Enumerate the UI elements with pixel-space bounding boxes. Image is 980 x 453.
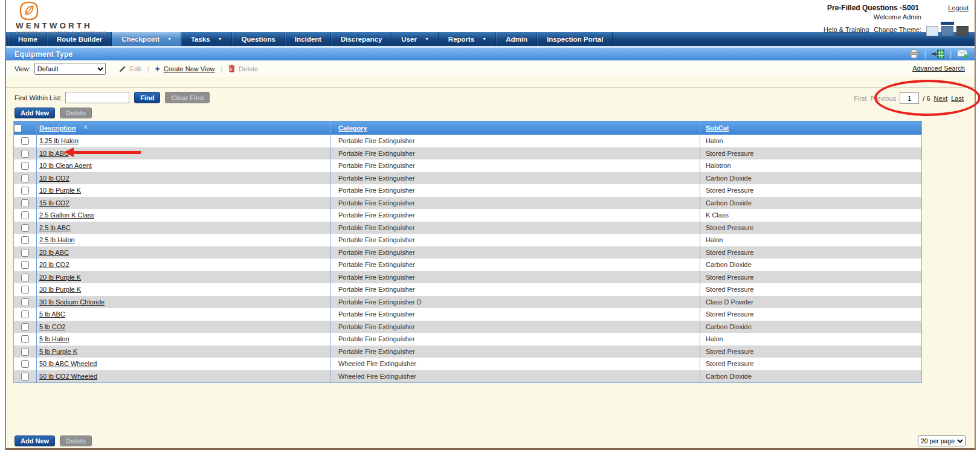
description-link[interactable]: 10 lb Purple K [39,187,81,194]
description-link[interactable]: 5 lb CO2 [39,323,65,330]
page-number-input[interactable] [900,92,919,104]
nav-item-label: Tasks [191,36,210,43]
description-link[interactable]: 5 lb ABC [39,310,65,318]
description-cell: 5 lb CO2 [37,321,331,333]
nav-item-label: Incident [295,36,321,43]
description-link[interactable]: 2.5 lb Halon [39,236,75,243]
description-link[interactable]: 2.5 Gallon K Class [39,211,94,219]
row-checkbox[interactable] [21,137,29,145]
nav-item-tasks[interactable]: Tasks▼ [181,32,232,46]
row-checkbox[interactable] [21,162,29,170]
row-checkbox[interactable] [21,310,29,318]
nav-item-incident[interactable]: Incident [285,32,331,46]
theme-swatch-dark[interactable] [956,26,969,36]
top-actions: Add New Delete [6,108,975,121]
subcat-cell: Stored Pressure [700,345,922,358]
row-checkbox[interactable] [21,298,29,306]
nav-item-label: Inspection Portal [547,36,603,43]
export-excel-icon[interactable] [932,50,944,59]
find-input[interactable] [65,92,129,103]
description-link[interactable]: 20 lb ABC [39,249,69,256]
find-button[interactable]: Find [134,92,160,103]
print-icon[interactable] [909,50,919,59]
row-checkbox[interactable] [21,199,29,207]
row-checkbox[interactable] [21,249,29,257]
nav-item-user[interactable]: User▼ [392,32,439,46]
title-bar-icons: | | [909,50,975,59]
pagination-previous: Previous [871,95,897,102]
row-checkbox[interactable] [21,373,29,381]
description-link[interactable]: 20 lb Purple K [39,274,81,281]
description-cell: 30 lb Purple K [37,283,331,296]
description-link[interactable]: 15 lb CO2 [39,199,69,207]
nav-item-questions[interactable]: Questions [232,32,285,46]
row-checkbox[interactable] [21,286,29,294]
table-row: 50 lb ABC WheeledWheeled Fire Extinguish… [14,358,922,370]
category-cell: Wheeled Fire Extinguisher [331,370,700,383]
wentworth-logo: WENTWORTH ENTERPRISE INSPECTION SOFTWARE [16,1,107,34]
create-new-view-link[interactable]: Create New View [164,65,215,72]
description-link[interactable]: 10 lb ABC [39,150,69,157]
category-cell: Portable Fire Extinguisher [331,197,700,210]
nav-item-inspection-portal[interactable]: Inspection Portal [537,32,613,46]
category-sort-link[interactable]: Category [338,124,367,132]
nav-item-label: Home [18,36,37,43]
category-cell: Wheeled Fire Extinguisher [331,358,700,370]
row-checkbox[interactable] [21,323,29,331]
description-link[interactable]: 1.25 lb Halon [39,137,79,144]
row-checkbox-cell [14,197,37,210]
header-user-block: Pre-Filled Questions -S001 Welcome Admin… [824,4,969,36]
column-header-subcat: SubCat [700,121,922,135]
icon-separator: | [950,50,952,59]
row-checkbox[interactable] [21,224,29,232]
row-checkbox[interactable] [21,360,29,368]
description-link[interactable]: 30 lb Sodium Chloride [39,298,105,306]
description-link[interactable]: 5 lb Halon [39,335,69,342]
select-all-checkbox[interactable] [14,124,22,132]
description-link[interactable]: 30 lb Purple K [39,286,81,293]
pagination-next[interactable]: Next [934,95,948,102]
add-new-button-bottom[interactable]: Add New [15,435,55,446]
table-row: 5 lb CO2Portable Fire ExtinguisherCarbon… [14,321,922,333]
plus-icon: + [155,66,160,72]
pagination-last[interactable]: Last [951,95,964,102]
nav-item-discrepancy[interactable]: Discrepancy [331,32,392,46]
row-checkbox[interactable] [21,348,29,356]
subcat-sort-link[interactable]: SubCat [706,124,729,132]
category-cell: Portable Fire Extinguisher [331,333,700,345]
title-bar: Equipment Type | | [6,48,975,60]
row-checkbox[interactable] [21,261,29,269]
row-checkbox[interactable] [21,211,29,219]
row-checkbox[interactable] [21,236,29,244]
description-link[interactable]: 5 lb Purple K [39,348,77,355]
description-link[interactable]: 50 lb CO2 Wheeled [39,373,97,380]
email-export-icon[interactable] [957,50,970,59]
row-checkbox[interactable] [21,274,29,281]
pagination-total: / 6 [923,95,930,102]
row-checkbox[interactable] [21,335,29,343]
nav-item-checkpoint[interactable]: Checkpoint▼ [112,32,181,46]
row-checkbox[interactable] [21,150,29,158]
description-link[interactable]: 10 lb CO2 [39,175,69,182]
delete-view-button: Delete [239,65,258,72]
add-new-button[interactable]: Add New [15,108,55,118]
nav-item-admin[interactable]: Admin [496,32,537,46]
description-link[interactable]: 20 lb CO2 [39,261,69,268]
advanced-search-link[interactable]: Advanced Search [912,65,965,72]
table-row: 10 lb ABCPortable Fire ExtinguisherStore… [14,147,922,160]
row-checkbox-cell [14,222,37,234]
row-checkbox[interactable] [21,187,29,194]
description-cell: 10 lb ABC [37,147,331,160]
description-sort-link[interactable]: Description [39,124,76,132]
view-select[interactable]: Default [34,63,106,75]
nav-item-reports[interactable]: Reports▼ [439,32,496,46]
help-training-link[interactable]: Help & Training [824,26,869,33]
row-checkbox[interactable] [21,175,29,182]
description-link[interactable]: 50 lb ABC Wheeled [39,360,97,367]
per-page-select[interactable]: 20 per page [918,435,965,446]
theme-swatch-blue[interactable] [941,26,953,36]
theme-swatch-light[interactable] [926,26,938,36]
find-within-list-label: Find Within List: [15,94,62,101]
description-link[interactable]: 10 lb Clean Agent [39,162,92,169]
description-link[interactable]: 2.5 lb ABC [39,224,71,231]
